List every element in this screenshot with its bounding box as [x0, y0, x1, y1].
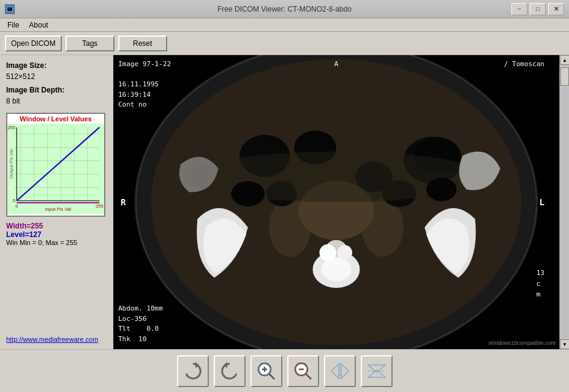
minimize-button[interactable]: −: [511, 3, 527, 15]
maximize-button[interactable]: □: [530, 3, 546, 15]
scroll-thumb[interactable]: [560, 67, 569, 86]
image-scrollbar[interactable]: ▲ ▼: [559, 55, 569, 349]
wl-width: Width=255: [6, 222, 107, 230]
image-size-value: 512×512: [6, 72, 107, 81]
menu-file[interactable]: File: [2, 20, 24, 31]
window-controls: − □ ✕: [511, 3, 564, 15]
app-icon: [5, 4, 15, 14]
menu-about[interactable]: About: [24, 20, 53, 31]
wl-minmax: Win Min = 0; Max = 255: [6, 239, 107, 246]
website-link[interactable]: http://www.mediafreeware.com: [6, 336, 107, 343]
svg-marker-60: [341, 364, 349, 379]
reset-button[interactable]: Reset: [118, 36, 167, 51]
window-title: Free DICOM Viewer: CT-MONO2-8-abdo: [217, 5, 352, 13]
image-bit-depth-label: Image Bit Depth:: [6, 86, 107, 94]
svg-text:Input Pix Val: Input Pix Val: [45, 206, 71, 212]
image-bit-depth-value: 8 bit: [6, 97, 107, 105]
svg-text:255: 255: [96, 203, 104, 209]
wl-chart-title: Window / Level Values: [7, 114, 104, 124]
svg-text:0: 0: [15, 203, 18, 209]
flip-v-button[interactable]: [361, 355, 393, 387]
svg-text:0: 0: [13, 198, 15, 203]
main-content: Image Size: 512×512 Image Bit Depth: 8 b…: [0, 55, 569, 349]
wl-values: Width=255 Level=127 Win Min = 0; Max = 2…: [6, 222, 107, 246]
app-icon-area: [5, 4, 15, 14]
svg-text:255: 255: [7, 125, 15, 130]
menu-bar: File About: [0, 18, 569, 32]
svg-text:Output Pix Val: Output Pix Val: [9, 149, 14, 178]
left-panel: Image Size: 512×512 Image Bit Depth: 8 b…: [0, 55, 113, 349]
scroll-down-button[interactable]: ▼: [560, 339, 569, 349]
watermark: Windows10compatible.com: [488, 340, 556, 346]
svg-point-30: [321, 258, 351, 281]
ct-scan-image: [113, 55, 559, 349]
wl-level: Level=127: [6, 230, 107, 239]
tags-button[interactable]: Tags: [66, 36, 115, 51]
svg-line-57: [306, 374, 311, 379]
close-button[interactable]: ✕: [548, 3, 564, 15]
toolbar: Open DICOM Tags Reset: [0, 32, 569, 55]
flip-h-button[interactable]: [324, 355, 356, 387]
wl-chart[interactable]: Window / Level Values: [6, 113, 105, 217]
svg-point-43: [320, 244, 336, 261]
svg-rect-3: [8, 8, 10, 10]
svg-line-53: [269, 374, 274, 379]
svg-point-46: [426, 178, 456, 201]
zoom-out-button[interactable]: [287, 355, 319, 387]
zoom-in-button[interactable]: [251, 355, 282, 387]
scroll-up-button[interactable]: ▲: [560, 55, 569, 65]
image-size-label: Image Size:: [6, 61, 107, 70]
scroll-track[interactable]: [560, 65, 569, 339]
open-dicom-button[interactable]: Open DICOM: [5, 36, 62, 51]
wl-chart-area: Output Pix Val Input Pix Val 255 0 0 255: [7, 124, 104, 214]
rotate-ccw-button[interactable]: [214, 355, 246, 387]
svg-point-44: [337, 245, 352, 260]
title-bar: Free DICOM Viewer: CT-MONO2-8-abdo − □ ✕: [0, 0, 569, 18]
image-panel[interactable]: Image 97-1-22 A / Tomoscan 16.11.199516:…: [113, 55, 559, 349]
bottom-toolbar: [0, 349, 569, 392]
svg-point-45: [231, 181, 265, 206]
rotate-cw-button[interactable]: [177, 355, 209, 387]
svg-marker-59: [331, 364, 339, 379]
